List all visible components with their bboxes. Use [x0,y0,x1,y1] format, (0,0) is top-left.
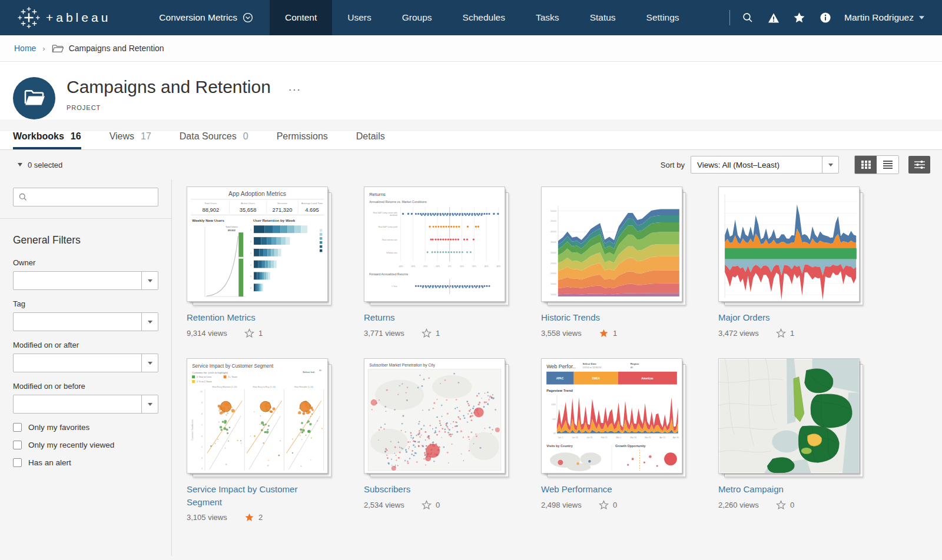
tag-filter-select[interactable] [13,312,158,331]
user-name: Martin Rodriguez [844,12,914,23]
svg-text:Select Ind.: Select Ind. [303,371,315,374]
workbook-card: Service Impact by Customer Segment Custo… [187,358,328,523]
search-icon[interactable] [735,12,761,24]
search-input[interactable] [31,188,158,206]
favorite-star-icon[interactable] [244,328,254,338]
favorite-star-icon[interactable] [422,328,432,338]
svg-text:271,320: 271,320 [273,206,293,213]
more-actions-button[interactable]: ... [288,84,301,90]
nav-item-users[interactable]: Users [332,0,386,35]
only-favorites-checkbox[interactable] [13,423,22,432]
alerts-icon[interactable] [761,12,787,24]
workbook-thumbnail[interactable]: App Adoption Metrics Total Users Active … [187,186,328,302]
favorite-count: 0 [613,501,617,509]
stacked-area [558,209,679,296]
site-selector[interactable]: Conversion Metrics [159,0,253,35]
info-icon[interactable] [812,12,838,24]
tab-views[interactable]: Views17 [110,131,151,149]
page-title: Campaigns and Retention [67,77,271,97]
svg-text:Subscriber Market Penetration: Subscriber Market Penetration by City [369,363,435,368]
modified-before-label: Modified on or before [13,382,158,391]
breadcrumb-home-link[interactable]: Home [14,44,36,53]
svg-text:Active Users: Active Users [241,202,255,205]
workbook-thumbnail[interactable]: 5000045000 4000035000 3000025000 2000015… [541,186,682,302]
svg-text:Jan 1: Jan 1 [558,436,563,438]
favorite-star-icon[interactable] [776,500,786,510]
light-green-patch [801,448,812,454]
favorite-star-icon[interactable] [244,512,254,522]
workbook-thumbnail[interactable]: Returns Annualized Returns vs. Market Co… [364,186,505,302]
tab-details[interactable]: Details [356,131,385,149]
svg-text:Apr 30: Apr 30 [673,436,679,438]
workbook-title-link[interactable]: Historic Trends [541,311,682,324]
metro-campaign-thumb [719,359,859,473]
favorite-count: 1 [436,329,440,338]
workbook-title-link[interactable]: Major Orders [718,311,860,324]
favorite-star-icon[interactable] [599,328,609,338]
sidebar-search[interactable] [13,188,158,206]
sort-select[interactable]: Views: All (Most–Least) [691,156,839,174]
recently-viewed-label: Only my recently viewed [28,441,114,449]
list-toolbar: 0 selected Sort by Views: All (Most–Leas… [0,150,942,179]
favorite-count: 2 [258,513,263,522]
has-alert-checkbox[interactable] [13,458,22,467]
selection-count: 0 selected [28,161,62,169]
favorite-star-icon[interactable] [599,500,609,510]
svg-text:0%: 0% [448,265,451,268]
nav-item-settings[interactable]: Settings [631,0,695,35]
workbook-title-link[interactable]: Subscribers [364,483,505,496]
workbook-title-link[interactable]: Returns [364,311,505,324]
sidebar-divider [0,218,171,219]
svg-text:Customer for: (click to highli: Customer for: (click to highlight) [192,371,228,374]
view-count: 3,472 views [718,329,776,338]
sort-select-arrow[interactable] [822,156,838,173]
svg-text:dividend: dividend [390,214,397,216]
user-menu[interactable]: Martin Rodriguez [844,12,924,23]
tab-workbooks[interactable]: Workbooks16 [13,131,81,149]
svg-text:30%: 30% [485,265,489,268]
app-adoption-thumb: App Adoption Metrics Total Users Active … [187,187,327,301]
nav-item-schedules[interactable]: Schedules [447,0,520,35]
nav-item-status[interactable]: Status [575,0,631,35]
svg-text:Select Date: Select Date [583,362,597,365]
nav-item-content[interactable]: Content [270,0,332,35]
nav-item-tasks[interactable]: Tasks [520,0,575,35]
breadcrumb-separator: › [42,44,45,53]
filters-toggle-button[interactable] [908,156,930,174]
nav-item-groups[interactable]: Groups [387,0,447,35]
svg-text:Weekly New Users: Weekly New Users [192,218,224,222]
workbook-title-link[interactable]: Service Impact by Customer Segment [187,483,328,509]
subscribers-thumb: Subscriber Market Penetration by City [364,359,505,473]
workbook-card: 5000045000 4000035000 3000025000 2000015… [541,186,682,338]
workbook-thumbnail[interactable]: Subscriber Market Penetration by City [364,358,505,474]
workbook-card: Major Orders 3,472 views 1 [718,186,860,338]
list-view-button[interactable] [877,156,898,174]
modified-before-select[interactable] [13,395,158,414]
tab-permissions[interactable]: Permissions [277,131,328,149]
tab-data-sources[interactable]: Data Sources0 [180,131,248,149]
grid-view-button[interactable] [855,156,877,174]
workbook-thumbnail[interactable] [718,186,860,302]
workbook-thumbnail[interactable]: Web Perfor.. Select Date 1/1/14 to 12/31… [541,358,682,474]
favorite-star-icon[interactable] [776,328,786,338]
tag-filter-label: Tag [13,299,158,308]
workbook-title-link[interactable]: Retention Metrics [187,311,328,324]
tab-views-count: 17 [141,131,151,142]
svg-text:Service Impact by Customer Seg: Service Impact by Customer Segment [192,364,274,369]
workbook-thumbnail[interactable]: Service Impact by Customer Segment Custo… [187,358,328,474]
workbook-thumbnail[interactable] [718,358,860,474]
workbook-title-link[interactable]: Web Performance [541,483,682,496]
recently-viewed-checkbox[interactable] [13,441,22,449]
favorite-count: 1 [790,329,794,338]
selection-caret-icon[interactable] [18,163,22,166]
workbook-title-link[interactable]: Metro Campaign [718,483,860,496]
view-count: 2,498 views [541,501,599,509]
favorite-star-icon[interactable] [422,500,432,510]
tableau-logo[interactable]: +ableau [0,0,127,35]
chevron-circle-icon [243,12,253,23]
view-count: 3,558 views [541,329,599,338]
favorites-icon[interactable] [787,12,812,24]
owner-filter-select[interactable] [13,271,158,290]
modified-after-select[interactable] [13,354,158,372]
favorite-count: 1 [258,329,263,338]
